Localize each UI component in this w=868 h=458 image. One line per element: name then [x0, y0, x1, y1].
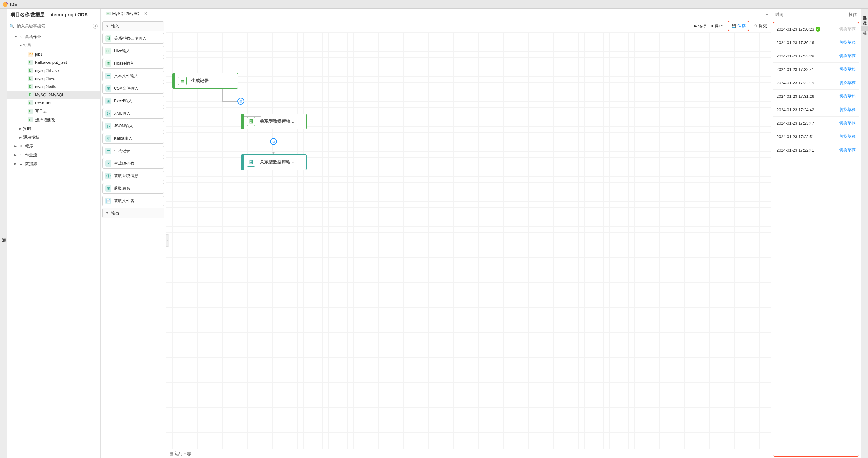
- stop-button[interactable]: ■停止: [711, 23, 723, 29]
- history-row[interactable]: 2024-01-23 17:31:26切换草稿: [773, 90, 859, 103]
- random-icon: ⚄: [105, 160, 112, 167]
- tree-job[interactable]: Dimysql2hbase: [7, 66, 100, 74]
- history-row[interactable]: 2024-01-23 17:22:41切换草稿: [773, 143, 859, 157]
- edge-connector-icon[interactable]: ⊡: [270, 138, 277, 145]
- submit-icon: ✈: [754, 24, 757, 28]
- arrow-icon: [258, 115, 261, 118]
- history-time: 2024-01-23 17:23:47: [777, 121, 839, 125]
- tree-realtime[interactable]: ▶实时: [7, 124, 100, 133]
- palette-collapse-handle[interactable]: ‹: [166, 234, 169, 247]
- tree-datasource[interactable]: ▶☁数据源: [7, 159, 100, 168]
- di-icon: Di: [28, 76, 33, 81]
- di-icon: Di: [106, 12, 111, 15]
- tree-job[interactable]: Dimysql2hive: [7, 74, 100, 83]
- palette-item[interactable]: {}JSON输入: [102, 121, 164, 131]
- edge-connector-icon[interactable]: ⊡: [237, 98, 244, 105]
- edge: [244, 116, 258, 117]
- flow-canvas[interactable]: ‹ ≣ 生成记录 🗄 关系型数据库输... 🗄 关系型数据库输...: [166, 32, 771, 449]
- palette-item[interactable]: ≣文本文件输入: [102, 70, 164, 81]
- rail-general-config[interactable]: 通用配置: [862, 10, 868, 16]
- tree-job[interactable]: Jobjob1: [7, 50, 100, 58]
- database-icon: 🗄: [105, 35, 112, 41]
- history-row[interactable]: 2024-01-23 17:32:19切换草稿: [773, 76, 859, 90]
- palette-output-header[interactable]: ▼输出: [103, 208, 164, 218]
- tree-job[interactable]: Dimysql2kafka: [7, 83, 100, 91]
- col-time-header: 时间: [775, 12, 849, 18]
- chevron-down-icon[interactable]: ⌄: [765, 11, 769, 16]
- add-icon[interactable]: ＋: [93, 24, 98, 29]
- palette-item[interactable]: ⓘ获取系统信息: [102, 171, 164, 181]
- play-icon: ▶: [694, 24, 697, 28]
- rail-metric-log[interactable]: 指标日志: [862, 16, 868, 21]
- submit-button[interactable]: ✈提交: [754, 23, 767, 29]
- right-rail: 通用配置 指标日志 版本 草稿: [861, 9, 868, 458]
- tree-job[interactable]: DiKafka-output_test: [7, 58, 100, 66]
- switch-draft-link[interactable]: 切换草稿: [839, 107, 856, 112]
- di-icon: Di: [28, 68, 33, 73]
- switch-draft-link[interactable]: 切换草稿: [839, 134, 856, 139]
- save-button[interactable]: 💾保存: [728, 21, 749, 31]
- xml-icon: ⟨⟩: [105, 110, 112, 117]
- app-title: IDE: [10, 2, 17, 7]
- tree-integration-jobs[interactable]: ▼⛬集成作业: [7, 32, 100, 41]
- history-row[interactable]: 2024-01-23 17:24:42切换草稿: [773, 103, 859, 117]
- palette-input-header[interactable]: ▼输入: [103, 22, 164, 31]
- tree-batch[interactable]: ▼批量: [7, 41, 100, 50]
- tree-job[interactable]: Di写日志: [7, 107, 100, 116]
- switch-draft-link[interactable]: 切换草稿: [839, 66, 856, 72]
- canvas-node-generate[interactable]: ≣ 生成记录: [172, 73, 238, 89]
- switch-draft-link[interactable]: 切换草稿: [839, 80, 856, 86]
- toolbar-actions: ▶运行 ■停止 💾保存 ✈提交: [166, 19, 771, 32]
- history-row[interactable]: 2024-01-23 17:23:47切换草稿: [773, 117, 859, 130]
- history-list: 2024-01-23 17:36:23✓切换草稿2024-01-23 17:36…: [773, 22, 859, 457]
- palette-item[interactable]: ≣生成记录: [102, 146, 164, 156]
- log-icon: ▦: [169, 451, 173, 456]
- rail-version[interactable]: 版本: [862, 21, 868, 26]
- close-tab-icon[interactable]: ✕: [144, 11, 147, 16]
- palette-item[interactable]: ⊞Excel输入: [102, 95, 164, 106]
- switch-draft-link[interactable]: 切换草稿: [839, 120, 856, 126]
- cloud-icon: ☁: [18, 161, 23, 166]
- switch-draft-link[interactable]: 切换草稿: [839, 53, 856, 59]
- json-icon: {}: [105, 123, 112, 129]
- palette-item[interactable]: ⊞获取表名: [102, 183, 164, 194]
- palette-item[interactable]: 🗄关系型数据库输入: [102, 33, 164, 44]
- database-icon: 🗄: [247, 158, 255, 167]
- history-row[interactable]: 2024-01-23 17:33:28切换草稿: [773, 49, 859, 63]
- tree-job[interactable]: Di选择增删改: [7, 116, 100, 124]
- tree-program[interactable]: ▶⚙程序: [7, 142, 100, 150]
- switch-draft-link[interactable]: 切换草稿: [839, 147, 856, 153]
- rail-draft[interactable]: 草稿: [862, 26, 868, 31]
- palette-item[interactable]: ⟨⟩XML输入: [102, 108, 164, 119]
- history-time: 2024-01-23 17:36:16: [777, 40, 839, 45]
- tree-workflow[interactable]: ▶⛬作业流: [7, 150, 100, 159]
- palette-item[interactable]: ⛃Hbase输入: [102, 58, 164, 69]
- search-input[interactable]: [16, 23, 93, 30]
- run-log-tab[interactable]: 运行日志: [175, 451, 191, 456]
- di-icon: Di: [28, 117, 33, 122]
- switch-draft-link[interactable]: 切换草稿: [839, 40, 856, 45]
- palette-item[interactable]: ⚛Kafka输入: [102, 133, 164, 144]
- app-logo-icon: [2, 2, 8, 7]
- history-time: 2024-01-23 17:24:42: [777, 108, 839, 112]
- tree-job[interactable]: DiRestClient: [7, 99, 100, 107]
- history-row[interactable]: 2024-01-23 17:22:51切换草稿: [773, 130, 859, 143]
- editor-tab[interactable]: Di MySQL2MySQL ✕: [102, 9, 151, 19]
- tree-template[interactable]: ▶通用模板: [7, 133, 100, 142]
- history-row[interactable]: 2024-01-23 17:32:41切换草稿: [773, 63, 859, 76]
- palette-item[interactable]: ⚄生成随机数: [102, 158, 164, 169]
- switch-draft-link[interactable]: 切换草稿: [839, 93, 856, 99]
- topbar: IDE: [0, 0, 868, 9]
- palette-item[interactable]: ⊞CSV文件输入: [102, 83, 164, 94]
- history-row[interactable]: 2024-01-23 17:36:23✓切换草稿: [773, 23, 859, 36]
- palette-item[interactable]: 📄获取文件名: [102, 196, 164, 206]
- history-row[interactable]: 2024-01-23 17:36:16切换草稿: [773, 36, 859, 49]
- history-time: 2024-01-23 17:33:28: [777, 54, 839, 58]
- history-header: 时间 操作: [771, 9, 861, 21]
- canvas-node-db-out[interactable]: 🗄 关系型数据库输...: [241, 154, 307, 170]
- palette-item[interactable]: HiHive输入: [102, 46, 164, 56]
- edge: [274, 130, 274, 139]
- tree-job-selected[interactable]: DiMySQL2MySQL: [7, 91, 100, 99]
- run-button[interactable]: ▶运行: [694, 23, 706, 29]
- sidebar-search-row: 🔍 ＋: [7, 21, 100, 31]
